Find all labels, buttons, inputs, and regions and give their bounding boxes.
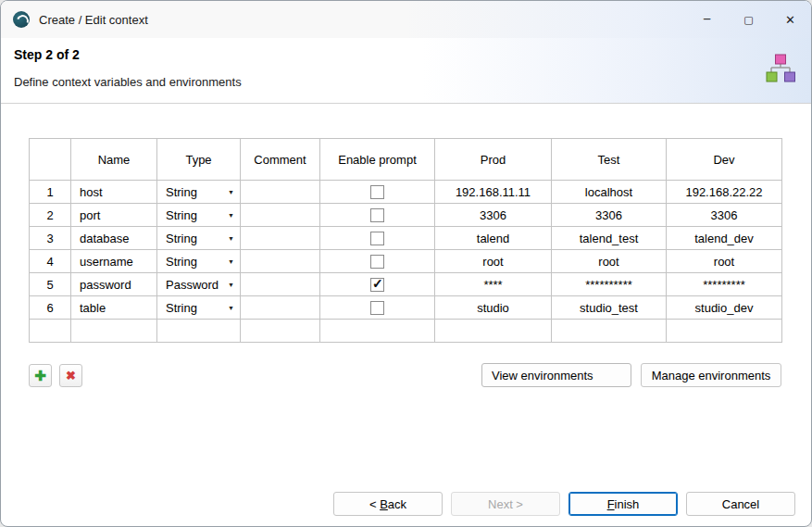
maximize-icon: ▢: [743, 14, 753, 26]
enable-prompt-checkbox[interactable]: [370, 255, 384, 269]
name-cell[interactable]: host: [71, 181, 157, 204]
comment-cell[interactable]: [241, 181, 320, 204]
type-dropdown-arrow-icon[interactable]: ▼: [228, 189, 234, 195]
type-value: Password: [166, 278, 219, 292]
enable-prompt-cell: [320, 227, 435, 250]
delete-variable-button[interactable]: ✖: [59, 364, 82, 387]
type-value: String: [166, 301, 197, 315]
test-cell[interactable]: localhost: [552, 181, 667, 204]
type-cell[interactable]: String▼: [157, 250, 241, 273]
empty-cell: [241, 320, 320, 343]
test-cell[interactable]: 3306: [552, 204, 667, 227]
test-cell[interactable]: **********: [552, 273, 667, 296]
test-cell[interactable]: studio_test: [552, 296, 667, 320]
close-button[interactable]: ✕: [769, 1, 811, 38]
column-header-enable-prompt: Enable prompt: [320, 139, 435, 181]
enable-prompt-checkbox[interactable]: [370, 185, 384, 199]
dev-cell[interactable]: 3306: [667, 204, 782, 227]
step-title: Step 2 of 2: [14, 47, 80, 62]
prod-cell[interactable]: studio: [435, 296, 552, 320]
name-cell[interactable]: password: [71, 273, 157, 296]
dev-cell[interactable]: root: [667, 250, 782, 273]
titlebar-left: Create / Edit context: [1, 11, 148, 28]
name-cell[interactable]: table: [71, 296, 157, 320]
dev-cell[interactable]: studio_dev: [667, 296, 782, 320]
row-number-cell: 1: [30, 181, 71, 204]
add-variable-button[interactable]: ✚: [29, 364, 52, 387]
header-row: Name Type Comment Enable prompt Prod Tes…: [30, 139, 782, 181]
table-row: 5passwordPassword▼**********************…: [30, 273, 782, 296]
row-number-cell: 6: [30, 296, 71, 320]
variables-table-container: Name Type Comment Enable prompt Prod Tes…: [29, 138, 782, 343]
enable-prompt-checkbox[interactable]: [370, 301, 384, 315]
table-header: Name Type Comment Enable prompt Prod Tes…: [30, 139, 782, 181]
type-cell[interactable]: String▼: [157, 227, 241, 250]
column-header-dev: Dev: [667, 139, 782, 181]
comment-cell[interactable]: [241, 250, 320, 273]
back-button[interactable]: < Back: [333, 492, 443, 516]
type-value: String: [166, 208, 197, 222]
table-row: 4usernameString▼rootrootroot: [30, 250, 782, 273]
minimize-button[interactable]: ─: [686, 1, 728, 38]
environment-buttons: View environments Manage environments: [481, 363, 781, 387]
type-cell[interactable]: String▼: [157, 181, 241, 204]
type-dropdown-arrow-icon[interactable]: ▼: [228, 305, 234, 311]
name-cell[interactable]: database: [71, 227, 157, 250]
comment-cell[interactable]: [241, 273, 320, 296]
name-cell[interactable]: port: [71, 204, 157, 227]
column-header-rownum: [30, 139, 71, 181]
empty-row: [30, 320, 782, 343]
dev-cell[interactable]: *********: [667, 273, 782, 296]
test-cell[interactable]: root: [552, 250, 667, 273]
maximize-button[interactable]: ▢: [728, 1, 769, 38]
type-dropdown-arrow-icon[interactable]: ▼: [228, 282, 234, 288]
column-header-test: Test: [552, 139, 667, 181]
enable-prompt-checkbox[interactable]: [370, 278, 384, 292]
dev-cell[interactable]: talend_dev: [667, 227, 782, 250]
delete-icon: ✖: [66, 370, 76, 382]
table-body: 1hostString▼192.168.11.11localhost192.16…: [30, 181, 782, 343]
view-environments-button[interactable]: View environments: [481, 363, 631, 387]
type-dropdown-arrow-icon[interactable]: ▼: [228, 235, 234, 242]
titlebar: Create / Edit context ─ ▢ ✕: [1, 1, 811, 38]
enable-prompt-cell: [320, 181, 435, 204]
type-cell[interactable]: String▼: [157, 296, 241, 320]
prod-cell[interactable]: 192.168.11.11: [435, 181, 552, 204]
dev-cell[interactable]: 192.168.22.22: [667, 181, 782, 204]
prod-cell[interactable]: ****: [435, 273, 552, 296]
enable-prompt-checkbox[interactable]: [370, 208, 384, 222]
column-header-comment: Comment: [241, 139, 320, 181]
type-value: String: [166, 185, 197, 199]
enable-prompt-cell: [320, 250, 435, 273]
row-number-cell: 4: [30, 250, 71, 273]
table-actions: ✚ ✖ View environments Manage environment…: [29, 363, 781, 387]
enable-prompt-cell: [320, 296, 435, 320]
column-header-type: Type: [157, 139, 241, 181]
test-cell[interactable]: talend_test: [552, 227, 667, 250]
empty-cell: [667, 320, 782, 343]
table-row: 6tableString▼studiostudio_teststudio_dev: [30, 296, 782, 320]
name-cell[interactable]: username: [71, 250, 157, 273]
row-number-cell: 3: [30, 227, 71, 250]
type-dropdown-arrow-icon[interactable]: ▼: [228, 212, 234, 219]
table-row: 2portString▼330633063306: [30, 204, 782, 227]
type-value: String: [166, 255, 197, 269]
enable-prompt-checkbox[interactable]: [370, 232, 384, 245]
empty-cell: [435, 320, 552, 343]
comment-cell[interactable]: [241, 227, 320, 250]
prod-cell[interactable]: root: [435, 250, 552, 273]
manage-environments-button[interactable]: Manage environments: [641, 363, 781, 387]
prod-cell[interactable]: 3306: [435, 204, 552, 227]
empty-cell: [552, 320, 667, 343]
comment-cell[interactable]: [241, 296, 320, 320]
finish-button[interactable]: Finish: [568, 492, 678, 516]
type-cell[interactable]: Password▼: [157, 273, 241, 296]
type-dropdown-arrow-icon[interactable]: ▼: [228, 258, 234, 265]
type-cell[interactable]: String▼: [157, 204, 241, 227]
next-button[interactable]: Next >: [451, 492, 560, 516]
comment-cell[interactable]: [241, 204, 320, 227]
prod-cell[interactable]: talend: [435, 227, 552, 250]
cancel-button[interactable]: Cancel: [686, 492, 795, 516]
wizard-header: Step 2 of 2 Define context variables and…: [1, 38, 811, 104]
window-title: Create / Edit context: [39, 13, 148, 27]
